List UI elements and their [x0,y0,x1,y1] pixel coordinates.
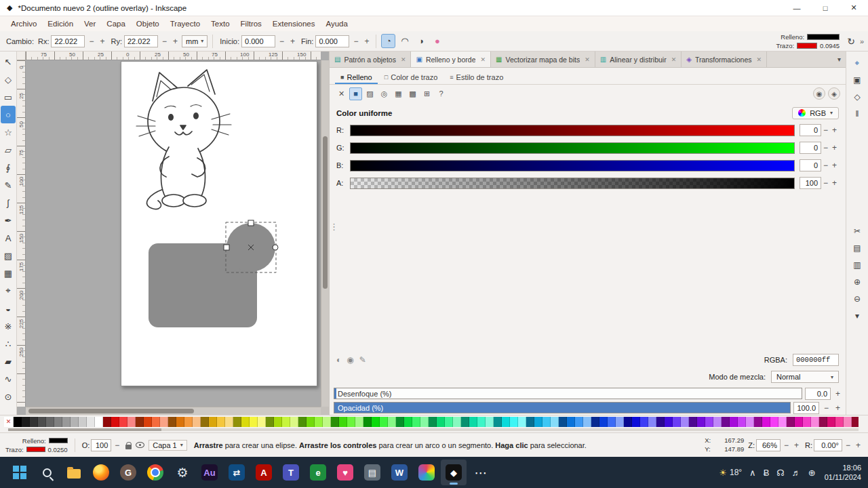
selector-tool[interactable]: ↖ [1,53,16,70]
palette-swatch[interactable] [624,417,632,427]
palette-swatch[interactable] [420,417,429,427]
palette-swatch[interactable] [87,417,95,427]
palette-swatch[interactable] [111,417,119,427]
star-tool[interactable]: ☆ [1,123,16,141]
palette-swatch[interactable] [250,417,258,427]
zoom-in-icon[interactable]: ⊕ [850,273,865,290]
toolbar-fill-swatch[interactable] [807,34,840,40]
palette-swatch[interactable] [437,417,445,427]
palette-swatch[interactable] [599,417,608,427]
palette-swatch[interactable] [144,417,152,427]
opacity-input[interactable]: 100.0 [793,402,819,414]
ry-handle[interactable] [248,220,254,226]
g-decrease-button[interactable]: − [821,142,830,154]
palette-swatch[interactable] [136,417,144,427]
taskbar-pink-app[interactable]: ♥ [332,460,358,485]
r-decrease-button[interactable]: − [821,124,830,136]
palette-swatch[interactable] [380,417,388,427]
zoom-increase-button[interactable]: + [792,439,801,451]
palette-swatch[interactable] [372,417,380,427]
mesh-gradient-tool[interactable]: ▦ [1,264,16,282]
palette-swatch[interactable] [347,417,355,427]
palette-swatch[interactable] [217,417,225,427]
palette-swatch[interactable] [176,417,184,427]
palette-swatch[interactable] [233,417,241,427]
end-increase-button[interactable]: + [362,35,371,47]
channel-value-g[interactable]: 0 [800,142,821,154]
palette-swatch[interactable] [258,417,266,427]
refresh-icon[interactable]: ↻ [847,36,855,47]
taskbar-chrome[interactable] [142,460,168,485]
palette-swatch[interactable] [705,417,713,427]
toolbar-overflow-icon[interactable]: » [860,37,864,45]
palette-swatch[interactable] [542,417,551,427]
palette-swatch[interactable] [119,417,127,427]
palette-swatch[interactable] [575,417,583,427]
zoom-input[interactable]: 66% [756,439,781,451]
b-increase-button[interactable]: + [830,159,839,171]
opacity-decrease-button[interactable]: − [822,402,831,414]
palette-swatch[interactable] [95,417,103,427]
close-tab-icon[interactable]: ✕ [399,56,406,63]
palette-swatch[interactable] [453,417,461,427]
paint-bucket-tool[interactable]: ◒ [1,300,16,317]
palette-swatch[interactable] [632,417,640,427]
tab-color-de-trazo[interactable]: □Color de trazo [379,71,443,84]
channel-value-r[interactable]: 0 [800,124,821,136]
palette-scroll-thumb[interactable] [8,428,161,431]
channel-slider-b[interactable] [350,160,795,171]
tab-relleno[interactable]: ■Relleno [335,71,378,84]
palette-swatch[interactable] [404,417,412,427]
menu-trayecto[interactable]: Trayecto [165,18,205,29]
palette-swatch[interactable] [852,417,859,427]
palette-swatch[interactable] [583,417,591,427]
vertical-scroll-thumb[interactable] [323,136,328,289]
palette-scrollbar[interactable] [8,428,859,431]
palette-swatch[interactable] [681,417,689,427]
object-opacity-decrease-button[interactable]: − [113,439,121,451]
object-opacity-input[interactable]: 100 [91,439,111,451]
node-editor-tool[interactable]: ◇ [1,70,16,88]
palette-swatch[interactable] [266,417,274,427]
end-decrease-button[interactable]: − [351,35,360,47]
palette-swatch[interactable] [738,417,746,427]
palette-swatch[interactable] [510,417,518,427]
rx-increase-button[interactable]: + [98,35,106,47]
tweak-tool[interactable]: ※ [1,317,16,335]
text-tool[interactable]: A [1,229,16,247]
palette-swatch[interactable] [819,417,827,427]
palette-swatch[interactable] [71,417,79,427]
opacity-increase-button[interactable]: + [833,402,842,414]
palette-swatch[interactable] [103,417,111,427]
taskbar-arrows-app[interactable]: ⇄ [224,460,250,485]
palette-swatch[interactable] [827,417,835,427]
palette-swatch[interactable] [526,417,534,427]
rx-decrease-button[interactable]: − [87,35,96,47]
start-increase-button[interactable]: + [288,35,297,47]
copy-icon[interactable]: ▤ [850,239,865,256]
ry-input[interactable]: 22.022 [124,35,158,47]
spray-tool[interactable]: ∴ [1,335,16,352]
palette-swatch[interactable] [762,417,770,427]
swatch-button[interactable]: ▩ [406,87,419,100]
taskbar-firefox[interactable] [88,460,114,485]
ellipse-tool[interactable]: ○ [1,106,16,123]
start-decrease-button[interactable]: − [277,35,286,47]
palette-swatch[interactable] [559,417,567,427]
a-increase-button[interactable]: + [830,177,839,189]
palette-swatch[interactable] [811,417,819,427]
connector-tool[interactable]: ∿ [1,370,16,388]
taskbar-gimp[interactable]: G [115,460,141,485]
palette-swatch[interactable] [225,417,233,427]
palette-swatch[interactable] [193,417,201,427]
snap-bbox-icon[interactable]: ▣ [850,71,865,88]
horizontal-scroll-thumb[interactable] [28,409,194,413]
close-tab-icon[interactable]: ✕ [670,56,677,63]
palette-swatch[interactable] [616,417,624,427]
arc-handle[interactable] [273,245,278,250]
palette-swatch[interactable] [477,417,486,427]
panel-tab[interactable]: ▦Vectorizar mapa de bits✕ [491,52,595,67]
palette-swatch[interactable] [323,417,331,427]
palette-swatch[interactable] [160,417,168,427]
cut-icon[interactable]: ✂ [850,222,865,239]
